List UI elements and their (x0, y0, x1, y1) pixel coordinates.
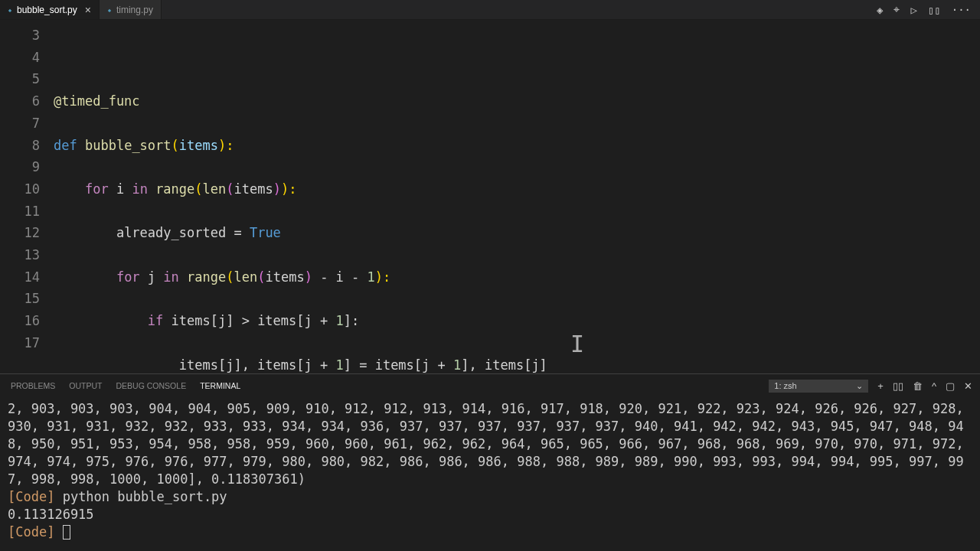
code-runner-label: [Code] (8, 524, 54, 540)
shell-selector[interactable]: 1: zsh ⌄ (769, 380, 868, 393)
split-terminal-icon[interactable]: ▯▯ (893, 380, 903, 392)
line-number: 7 (0, 112, 40, 135)
line-number: 9 (0, 156, 40, 178)
code-runner-label: [Code] (8, 489, 54, 504)
tab-bubble-sort[interactable]: ⬥ bubble_sort.py × (0, 0, 100, 19)
terminal-output[interactable]: 2, 903, 903, 903, 904, 904, 905, 909, 91… (0, 397, 980, 551)
line-number: 13 (0, 244, 40, 266)
close-panel-icon[interactable]: ✕ (964, 380, 972, 392)
chevron-down-icon: ⌄ (856, 381, 863, 391)
code-line[interactable]: items[j], items[j + 1] = items[j + 1], i… (54, 354, 980, 373)
panel-header: PROBLEMS OUTPUT DEBUG CONSOLE TERMINAL 1… (0, 374, 980, 397)
code-line[interactable]: for j in range(len(items) - i - 1): (54, 266, 980, 289)
code-area[interactable]: @timed_func def bubble_sort(items): for … (54, 24, 980, 373)
terminal-timing: 0.113126915 (8, 507, 94, 522)
tab-timing[interactable]: ⬥ timing.py (100, 0, 162, 19)
code-line[interactable]: def bubble_sort(items): (54, 135, 980, 157)
code-line[interactable]: for i in range(len(items)): (54, 178, 980, 201)
tab-output[interactable]: OUTPUT (69, 381, 102, 390)
code-line[interactable]: @timed_func (54, 90, 980, 112)
split-editor-icon[interactable]: ▯▯ (928, 4, 941, 16)
line-number: 8 (0, 135, 40, 157)
code-line[interactable]: if items[j] > items[j + 1]: (54, 310, 980, 332)
code-line[interactable] (54, 47, 980, 69)
line-number: 17 (0, 332, 40, 354)
line-number: 16 (0, 310, 40, 332)
new-terminal-icon[interactable]: + (877, 380, 884, 392)
line-number: 4 (0, 47, 40, 69)
line-number: 11 (0, 201, 40, 223)
trash-icon[interactable]: 🗑 (913, 380, 923, 392)
panel-controls: 1: zsh ⌄ + ▯▯ 🗑 ^ ▢ ✕ (769, 380, 972, 393)
tab-problems[interactable]: PROBLEMS (11, 381, 55, 390)
maximize-icon[interactable]: ▢ (946, 380, 955, 392)
line-number: 5 (0, 68, 40, 90)
line-number: 6 (0, 90, 40, 112)
code-line[interactable]: already_sorted = True (54, 222, 980, 244)
compass-icon[interactable]: ⌖ (893, 3, 900, 16)
terminal-command: python bubble_sort.py (54, 489, 227, 504)
tab-terminal[interactable]: TERMINAL (200, 381, 240, 390)
more-icon[interactable]: ··· (952, 4, 971, 16)
terminal-cursor-icon (63, 525, 70, 540)
diamond-icon[interactable]: ◈ (877, 4, 883, 16)
panel-tabs: PROBLEMS OUTPUT DEBUG CONSOLE TERMINAL (11, 381, 240, 390)
tab-bar: ⬥ bubble_sort.py × ⬥ timing.py ◈ ⌖ ▷ ▯▯ … (0, 0, 980, 20)
tab-label: timing.py (116, 5, 153, 15)
close-icon[interactable]: × (85, 5, 91, 15)
run-icon[interactable]: ▷ (910, 4, 916, 16)
python-icon: ⬥ (107, 5, 112, 14)
tab-label: bubble_sort.py (17, 5, 77, 15)
editor[interactable]: 3 4 5 6 7 8 9 10 11 12 13 14 15 16 17 @t… (0, 20, 980, 373)
bottom-panel: PROBLEMS OUTPUT DEBUG CONSOLE TERMINAL 1… (0, 373, 980, 551)
line-number: 10 (0, 178, 40, 201)
line-gutter: 3 4 5 6 7 8 9 10 11 12 13 14 15 16 17 (0, 24, 54, 373)
line-number: 12 (0, 222, 40, 244)
tab-debug-console[interactable]: DEBUG CONSOLE (116, 381, 187, 390)
terminal-text: 2, 903, 903, 903, 904, 904, 905, 909, 91… (8, 401, 972, 487)
python-icon: ⬥ (8, 5, 12, 14)
editor-actions: ◈ ⌖ ▷ ▯▯ ··· (867, 0, 980, 19)
line-number: 3 (0, 24, 40, 47)
tabs-container: ⬥ bubble_sort.py × ⬥ timing.py (0, 0, 162, 19)
chevron-up-icon[interactable]: ^ (932, 380, 936, 392)
line-number: 15 (0, 288, 40, 310)
line-number: 14 (0, 266, 40, 289)
